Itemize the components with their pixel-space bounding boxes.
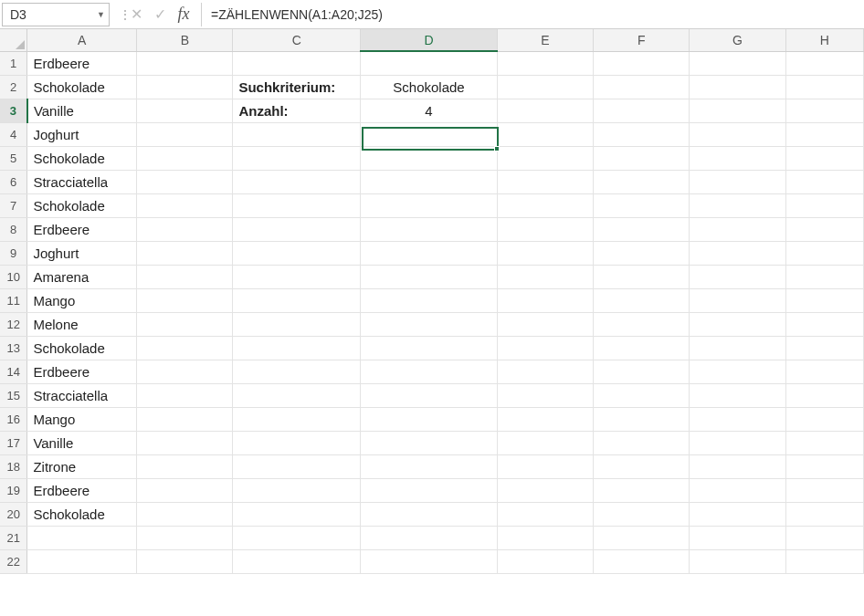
cell-B4[interactable] bbox=[137, 122, 233, 146]
cell-E11[interactable] bbox=[497, 288, 593, 312]
cell-F12[interactable] bbox=[594, 312, 690, 336]
cell-D7[interactable] bbox=[361, 193, 498, 217]
cell-D20[interactable] bbox=[361, 502, 498, 526]
cell-A4[interactable]: Joghurt bbox=[27, 122, 137, 146]
cell-F8[interactable] bbox=[594, 217, 690, 241]
col-header-C[interactable]: C bbox=[233, 29, 361, 51]
cell-H1[interactable] bbox=[785, 51, 863, 75]
name-box[interactable]: D3 ▼ bbox=[2, 3, 110, 26]
cell-E6[interactable] bbox=[497, 170, 593, 193]
cell-H3[interactable] bbox=[785, 99, 863, 122]
cell-F22[interactable] bbox=[594, 549, 690, 573]
col-header-G[interactable]: G bbox=[690, 29, 785, 51]
cell-B12[interactable] bbox=[137, 312, 233, 336]
cell-B9[interactable] bbox=[137, 241, 233, 265]
cell-D13[interactable] bbox=[361, 336, 498, 360]
cell-E17[interactable] bbox=[497, 431, 593, 454]
cell-A18[interactable]: Zitrone bbox=[27, 454, 137, 478]
cell-B15[interactable] bbox=[137, 383, 233, 407]
cell-G7[interactable] bbox=[690, 193, 785, 217]
cancel-button[interactable]: ✕ bbox=[124, 3, 148, 26]
cell-A11[interactable]: Mango bbox=[27, 288, 137, 312]
cell-A20[interactable]: Schokolade bbox=[27, 502, 137, 526]
cell-E9[interactable] bbox=[497, 241, 593, 265]
cell-C22[interactable] bbox=[233, 549, 361, 573]
cell-F13[interactable] bbox=[594, 336, 690, 360]
cell-C18[interactable] bbox=[233, 454, 361, 478]
cell-C2[interactable]: Suchkriterium: bbox=[233, 75, 361, 99]
cell-C4[interactable] bbox=[233, 122, 361, 146]
cell-G17[interactable] bbox=[690, 431, 785, 454]
cell-C11[interactable] bbox=[233, 288, 361, 312]
row-header-20[interactable]: 20 bbox=[0, 502, 27, 526]
cell-H16[interactable] bbox=[785, 407, 863, 431]
cell-H7[interactable] bbox=[785, 193, 863, 217]
cell-H9[interactable] bbox=[785, 241, 863, 265]
cell-E3[interactable] bbox=[497, 99, 593, 122]
cell-D4[interactable] bbox=[361, 122, 498, 146]
cell-D9[interactable] bbox=[361, 241, 498, 265]
cell-E12[interactable] bbox=[497, 312, 593, 336]
row-header-18[interactable]: 18 bbox=[0, 454, 27, 478]
row-header-9[interactable]: 9 bbox=[0, 241, 27, 265]
row-header-6[interactable]: 6 bbox=[0, 170, 27, 193]
col-header-E[interactable]: E bbox=[497, 29, 593, 51]
cell-C1[interactable] bbox=[233, 51, 361, 75]
cell-D8[interactable] bbox=[361, 217, 498, 241]
cell-F2[interactable] bbox=[594, 75, 690, 99]
row-header-5[interactable]: 5 bbox=[0, 146, 27, 170]
cell-A8[interactable]: Erdbeere bbox=[27, 217, 137, 241]
cell-D17[interactable] bbox=[361, 431, 498, 454]
formula-input[interactable]: =ZÄHLENWENN(A1:A20;J25) bbox=[201, 3, 864, 26]
cell-B11[interactable] bbox=[137, 288, 233, 312]
cell-G13[interactable] bbox=[690, 336, 785, 360]
cell-A9[interactable]: Joghurt bbox=[27, 241, 137, 265]
cell-A22[interactable] bbox=[27, 549, 137, 573]
cell-E10[interactable] bbox=[497, 265, 593, 288]
cell-E16[interactable] bbox=[497, 407, 593, 431]
cell-G11[interactable] bbox=[690, 288, 785, 312]
cell-F14[interactable] bbox=[594, 360, 690, 383]
cell-D14[interactable] bbox=[361, 360, 498, 383]
cell-F18[interactable] bbox=[594, 454, 690, 478]
cell-A14[interactable]: Erdbeere bbox=[27, 360, 137, 383]
cell-C21[interactable] bbox=[233, 526, 361, 549]
cell-H4[interactable] bbox=[785, 122, 863, 146]
col-header-A[interactable]: A bbox=[27, 29, 137, 51]
cell-E19[interactable] bbox=[497, 478, 593, 502]
cell-E13[interactable] bbox=[497, 336, 593, 360]
cell-D3[interactable]: 4 bbox=[361, 99, 498, 122]
cell-B8[interactable] bbox=[137, 217, 233, 241]
cell-B6[interactable] bbox=[137, 170, 233, 193]
cell-D21[interactable] bbox=[361, 526, 498, 549]
confirm-button[interactable]: ✓ bbox=[148, 3, 172, 26]
cell-D18[interactable] bbox=[361, 454, 498, 478]
row-header-2[interactable]: 2 bbox=[0, 75, 27, 99]
cell-G10[interactable] bbox=[690, 265, 785, 288]
row-header-15[interactable]: 15 bbox=[0, 383, 27, 407]
cell-D16[interactable] bbox=[361, 407, 498, 431]
cell-D22[interactable] bbox=[361, 549, 498, 573]
cell-B10[interactable] bbox=[137, 265, 233, 288]
cell-D19[interactable] bbox=[361, 478, 498, 502]
cell-A17[interactable]: Vanille bbox=[27, 431, 137, 454]
cell-G16[interactable] bbox=[690, 407, 785, 431]
cell-C3[interactable]: Anzahl: bbox=[233, 99, 361, 122]
cell-H14[interactable] bbox=[785, 360, 863, 383]
cell-G12[interactable] bbox=[690, 312, 785, 336]
cell-G19[interactable] bbox=[690, 478, 785, 502]
cell-C20[interactable] bbox=[233, 502, 361, 526]
cell-E4[interactable] bbox=[497, 122, 593, 146]
cell-C15[interactable] bbox=[233, 383, 361, 407]
cell-H18[interactable] bbox=[785, 454, 863, 478]
col-header-B[interactable]: B bbox=[137, 29, 233, 51]
row-header-7[interactable]: 7 bbox=[0, 193, 27, 217]
cell-H22[interactable] bbox=[785, 549, 863, 573]
cell-F21[interactable] bbox=[594, 526, 690, 549]
cell-A7[interactable]: Schokolade bbox=[27, 193, 137, 217]
cell-G2[interactable] bbox=[690, 75, 785, 99]
cell-B14[interactable] bbox=[137, 360, 233, 383]
cell-E15[interactable] bbox=[497, 383, 593, 407]
cell-G22[interactable] bbox=[690, 549, 785, 573]
row-header-13[interactable]: 13 bbox=[0, 336, 27, 360]
